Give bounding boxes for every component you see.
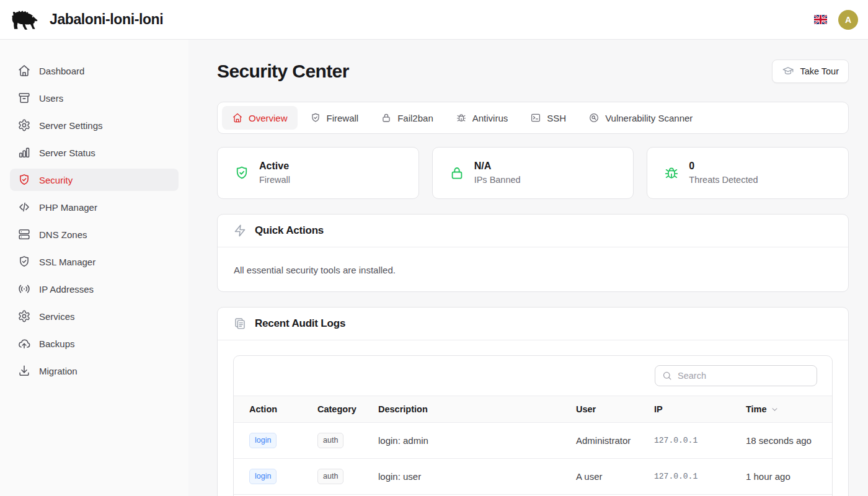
sidebar-item-dashboard[interactable]: Dashboard (10, 60, 179, 82)
top-header: Jabaloni-loni-loni A (0, 0, 868, 40)
download-icon (17, 364, 31, 378)
sidebar-item-server-status[interactable]: Server Status (10, 141, 179, 164)
sidebar-item-label: PHP Manager (39, 202, 97, 213)
sidebar-item-label: Migration (39, 366, 78, 376)
stat-card-ips-banned: N/A IPs Banned (432, 147, 634, 199)
bug-icon (456, 112, 467, 123)
audit-logs-title: Recent Audit Logs (255, 317, 345, 330)
sidebar-item-label: Dashboard (39, 66, 84, 76)
graduation-cap-icon (782, 65, 794, 78)
table-row: login auth login: admin Administrator 12… (234, 423, 833, 459)
sidebar-item-label: IP Addresses (39, 284, 94, 294)
cell-description: login: user (378, 459, 576, 495)
sidebar-item-label: Server Settings (39, 120, 103, 131)
cell-user: A user (576, 459, 654, 495)
sidebar-item-label: Server Status (39, 148, 95, 158)
lock-icon (449, 165, 465, 181)
stat-label: Firewall (259, 174, 290, 186)
col-time: Time (746, 396, 833, 423)
stat-label: IPs Banned (474, 174, 521, 186)
bar-chart-icon (17, 146, 31, 159)
search-icon (662, 370, 673, 381)
sidebar-item-php-manager[interactable]: PHP Manager (10, 196, 179, 218)
chevron-down-icon (770, 405, 779, 414)
sidebar-item-server-settings[interactable]: Server Settings (10, 114, 179, 136)
page-title: Security Center (217, 61, 349, 82)
sidebar-item-dns-zones[interactable]: DNS Zones (10, 223, 179, 246)
col-action: Action (234, 396, 317, 423)
shield-check-icon (234, 165, 250, 181)
broadcast-icon (17, 282, 31, 296)
stat-label: Threats Detected (689, 174, 758, 186)
sidebar-item-services[interactable]: Services (10, 305, 179, 327)
app-title: Jabaloni-loni-loni (50, 11, 163, 28)
brand[interactable]: Jabaloni-loni-loni (10, 9, 163, 31)
archive-box-icon (17, 91, 31, 105)
cell-description: login: admin (378, 423, 576, 459)
tab-firewall[interactable]: Firewall (300, 106, 369, 130)
tab-overview[interactable]: Overview (222, 106, 298, 130)
col-description: Description (378, 396, 576, 423)
search-input[interactable] (655, 365, 817, 386)
sidebar-item-ip-addresses[interactable]: IP Addresses (10, 278, 179, 300)
quick-actions-card: Quick Actions All essential security too… (217, 214, 849, 292)
shield-check-icon (310, 112, 321, 123)
cell-ip: 127.0.0.1 (654, 459, 746, 495)
sidebar: Dashboard Users Server Settings Server S… (0, 40, 188, 496)
time-sort-header[interactable]: Time (746, 404, 779, 414)
cell-user: Administrator (576, 423, 654, 459)
security-tabs: Overview Firewall Fail2ban Antivirus SSH… (217, 102, 849, 134)
sidebar-item-label: SSL Manager (39, 257, 95, 267)
user-avatar[interactable]: A (838, 10, 858, 30)
table-header-row: Action Category Description User IP Time (234, 396, 833, 423)
sidebar-item-label: DNS Zones (39, 229, 87, 240)
audit-logs-card: Recent Audit Logs (217, 307, 849, 496)
category-badge[interactable]: auth (317, 469, 343, 484)
cell-time: 18 seconds ago (746, 423, 833, 459)
stat-cards: Active Firewall N/A IPs Banned 0 Threats… (217, 147, 849, 199)
cell-ip: 127.0.0.1 (654, 423, 746, 459)
tab-antivirus[interactable]: Antivirus (446, 106, 518, 130)
tab-ssh[interactable]: SSH (520, 106, 576, 130)
sidebar-item-label: Security (39, 175, 73, 185)
bug-icon (663, 165, 680, 181)
home-icon (232, 112, 243, 123)
cell-time: 1 hour ago (746, 459, 833, 495)
action-badge[interactable]: login (249, 469, 277, 484)
sidebar-item-label: Services (39, 311, 75, 322)
terminal-icon (530, 112, 541, 123)
sidebar-item-label: Backups (39, 339, 75, 349)
shield-check-icon (17, 255, 31, 268)
tab-vulnerability-scanner[interactable]: Vulnerability Scanner (578, 106, 702, 130)
server-stack-icon (17, 228, 31, 241)
scan-search-icon (588, 112, 600, 123)
audit-search (655, 365, 817, 386)
take-tour-button[interactable]: Take Tour (772, 60, 849, 83)
quick-actions-title: Quick Actions (255, 224, 324, 237)
zap-icon (233, 224, 247, 237)
category-badge[interactable]: auth (317, 433, 343, 448)
gear-icon (17, 309, 31, 323)
sidebar-item-ssl-manager[interactable]: SSL Manager (10, 250, 179, 273)
action-badge[interactable]: login (249, 433, 277, 448)
main-content: Security Center Take Tour Overview Firew… (188, 40, 868, 496)
uk-flag-icon[interactable] (814, 15, 827, 24)
lock-icon (381, 112, 392, 123)
sidebar-item-security[interactable]: Security (10, 169, 179, 191)
tab-fail2ban[interactable]: Fail2ban (371, 106, 443, 130)
sidebar-item-users[interactable]: Users (10, 87, 179, 109)
sidebar-item-backups[interactable]: Backups (10, 332, 179, 355)
col-category: Category (317, 396, 378, 423)
stat-value: N/A (474, 160, 521, 172)
stat-value: Active (259, 160, 290, 172)
cloud-upload-icon (17, 337, 31, 350)
sidebar-item-migration[interactable]: Migration (10, 360, 179, 382)
boar-logo-icon (10, 9, 41, 31)
table-row: login auth login: user A user 127.0.0.1 … (234, 459, 833, 495)
audit-table: Action Category Description User IP Time (234, 396, 833, 496)
gear-icon (17, 118, 31, 132)
stat-card-threats: 0 Threats Detected (647, 147, 849, 199)
shield-check-icon (17, 173, 31, 187)
code-icon (17, 200, 31, 214)
audit-table-panel: Action Category Description User IP Time (233, 355, 833, 496)
